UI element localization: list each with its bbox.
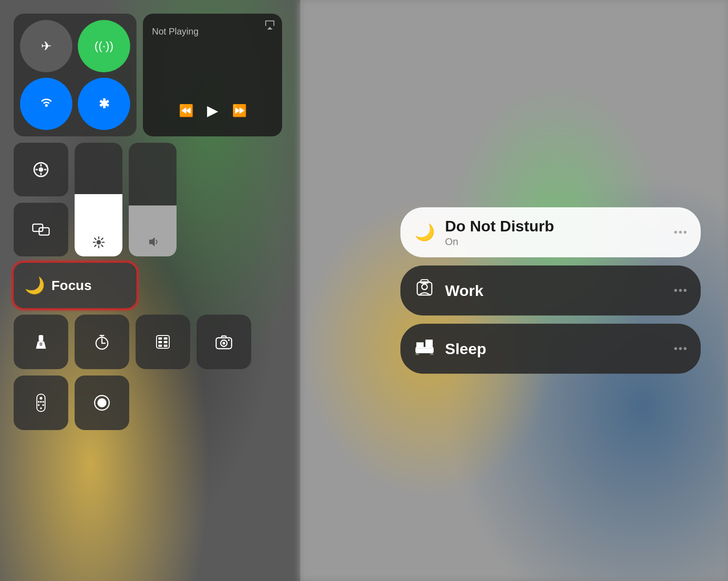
work-text: Work bbox=[445, 282, 665, 300]
wifi-button[interactable] bbox=[20, 78, 72, 130]
svg-point-33 bbox=[228, 339, 230, 341]
rewind-button[interactable]: ⏪ bbox=[179, 104, 193, 118]
dnd-moon-icon: 🌙 bbox=[413, 223, 436, 242]
screen-record-button[interactable] bbox=[75, 376, 129, 430]
svg-rect-24 bbox=[158, 337, 162, 340]
svg-line-12 bbox=[101, 238, 103, 240]
flashlight-button[interactable] bbox=[14, 315, 68, 369]
sleep-icon bbox=[413, 339, 436, 359]
bluetooth-icon: ✱ bbox=[99, 96, 109, 111]
row-bottom-1 bbox=[14, 315, 282, 369]
svg-rect-25 bbox=[164, 337, 167, 340]
focus-menu: 🌙 Do Not Disturb On ••• Work ••• bbox=[400, 207, 701, 374]
sleep-title: Sleep bbox=[445, 340, 665, 358]
focus-label: Focus bbox=[51, 278, 91, 293]
media-controls: ⏪ ▶ ⏩ bbox=[152, 102, 273, 119]
svg-point-5 bbox=[96, 240, 101, 245]
svg-point-41 bbox=[40, 407, 42, 409]
svg-rect-52 bbox=[415, 353, 419, 355]
volume-slider[interactable] bbox=[129, 143, 177, 256]
work-icon bbox=[413, 279, 436, 303]
svg-rect-29 bbox=[164, 345, 167, 347]
svg-point-45 bbox=[422, 284, 427, 290]
svg-point-43 bbox=[97, 398, 106, 407]
svg-rect-26 bbox=[158, 341, 162, 343]
fast-forward-button[interactable]: ⏩ bbox=[232, 104, 247, 118]
airplane-icon: ✈ bbox=[41, 39, 51, 54]
svg-point-38 bbox=[40, 401, 42, 403]
svg-rect-50 bbox=[416, 342, 424, 348]
play-button[interactable]: ▶ bbox=[207, 102, 218, 119]
remote-button[interactable] bbox=[14, 376, 68, 430]
dnd-subtitle: On bbox=[445, 236, 665, 248]
control-center: ✈ ((·)) ✱ Not Pla bbox=[14, 14, 282, 430]
focus-button[interactable]: 🌙 Focus bbox=[14, 263, 136, 308]
bluetooth-button[interactable]: ✱ bbox=[78, 78, 130, 130]
svg-rect-27 bbox=[164, 341, 167, 343]
airplay-icon[interactable] bbox=[265, 20, 275, 32]
svg-point-36 bbox=[38, 401, 40, 403]
svg-rect-51 bbox=[425, 340, 433, 348]
svg-line-11 bbox=[101, 245, 103, 246]
svg-point-40 bbox=[42, 404, 44, 406]
calculator-button[interactable] bbox=[136, 315, 190, 369]
lock-rotation-button[interactable] bbox=[14, 143, 68, 196]
moon-icon: 🌙 bbox=[25, 276, 45, 295]
svg-rect-15 bbox=[39, 335, 43, 341]
brightness-slider[interactable] bbox=[75, 143, 122, 256]
work-more-button[interactable]: ••• bbox=[674, 284, 688, 297]
dnd-text: Do Not Disturb On bbox=[445, 217, 665, 248]
sliders-row bbox=[14, 143, 282, 256]
sleep-text: Sleep bbox=[445, 340, 665, 358]
svg-point-32 bbox=[222, 342, 225, 345]
row-bottom-2 bbox=[14, 376, 282, 430]
brightness-icon bbox=[93, 236, 105, 251]
svg-point-35 bbox=[40, 397, 42, 400]
svg-marker-14 bbox=[149, 237, 155, 246]
now-playing-widget: Not Playing ⏪ ▶ ⏩ bbox=[143, 14, 282, 136]
sleep-item[interactable]: Sleep ••• bbox=[400, 324, 701, 374]
volume-icon bbox=[147, 235, 159, 251]
cellular-icon: ((·)) bbox=[95, 39, 114, 53]
dnd-more-button[interactable]: ••• bbox=[674, 226, 688, 239]
dnd-title: Do Not Disturb bbox=[445, 217, 665, 235]
sleep-more-button[interactable]: ••• bbox=[674, 342, 688, 355]
camera-button[interactable] bbox=[197, 315, 251, 369]
work-item[interactable]: Work ••• bbox=[400, 265, 701, 316]
small-buttons-col bbox=[14, 143, 68, 256]
svg-point-1 bbox=[39, 167, 43, 172]
svg-rect-28 bbox=[158, 345, 162, 347]
screen-mirror-button[interactable] bbox=[14, 203, 68, 256]
svg-point-37 bbox=[42, 401, 44, 403]
svg-rect-53 bbox=[430, 353, 434, 355]
cellular-button[interactable]: ((·)) bbox=[78, 20, 130, 72]
wifi-icon bbox=[38, 94, 55, 114]
svg-point-39 bbox=[38, 404, 40, 406]
connectivity-grid: ✈ ((·)) ✱ bbox=[14, 14, 136, 136]
row-connectivity-nowplaying: ✈ ((·)) ✱ Not Pla bbox=[14, 14, 282, 136]
work-title: Work bbox=[445, 282, 665, 300]
svg-rect-17 bbox=[40, 342, 42, 346]
airplane-mode-button[interactable]: ✈ bbox=[20, 20, 72, 72]
svg-line-13 bbox=[95, 245, 96, 246]
timer-button[interactable] bbox=[75, 315, 129, 369]
now-playing-title: Not Playing bbox=[152, 26, 273, 37]
row-focus: 🌙 Focus bbox=[14, 263, 282, 308]
do-not-disturb-item[interactable]: 🌙 Do Not Disturb On ••• bbox=[400, 207, 701, 257]
svg-line-10 bbox=[95, 238, 96, 240]
